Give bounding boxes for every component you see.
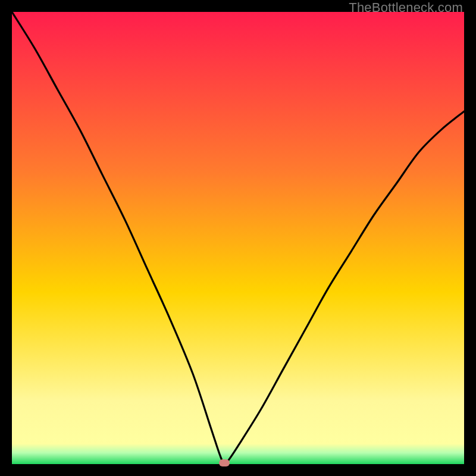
svg-rect-0 (12, 12, 464, 464)
watermark-text: TheBottleneck.com (349, 0, 463, 15)
minimum-marker (219, 459, 230, 466)
plot-frame (12, 12, 464, 464)
plot-background-gradient (12, 12, 464, 464)
